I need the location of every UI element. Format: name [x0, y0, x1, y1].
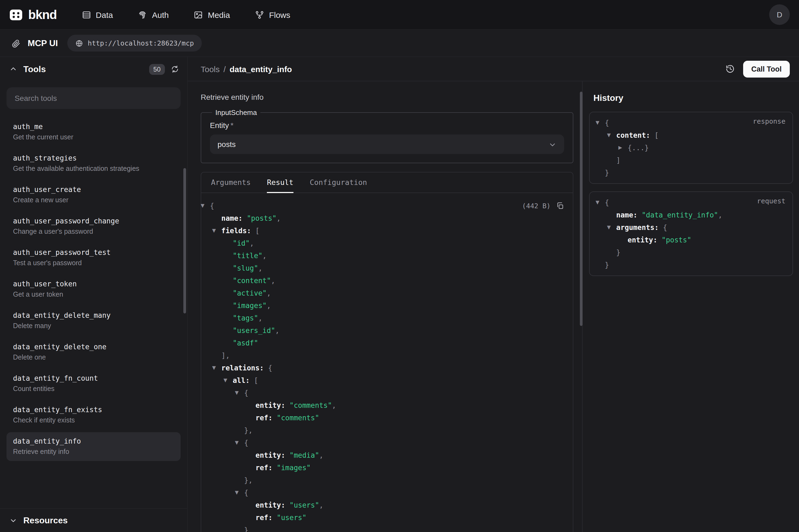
history-entry-type: request	[757, 197, 785, 205]
history-icon[interactable]	[725, 64, 735, 74]
mcp-url-pill[interactable]: http://localhost:28623/mcp	[67, 35, 202, 52]
chevron-down-icon	[548, 140, 556, 148]
collapse-icon[interactable]: ▼	[201, 200, 210, 212]
tool-item-data_entity_delete_one[interactable]: data_entity_delete_oneDelete one	[6, 338, 180, 366]
collapse-icon[interactable]: ▼	[607, 221, 616, 234]
call-tool-button[interactable]: Call Tool	[743, 60, 790, 77]
json-line: }	[596, 167, 786, 179]
tool-item-auth_strategies[interactable]: auth_strategiesGet the available authent…	[6, 149, 180, 178]
tool-item-description: Get the current user	[13, 133, 174, 141]
json-line: ▼{	[201, 437, 564, 449]
main-scrollbar[interactable]	[580, 92, 583, 326]
copy-icon[interactable]	[556, 202, 564, 210]
chevron-down-icon	[9, 516, 17, 525]
collapse-icon[interactable]: ▼	[235, 487, 244, 499]
json-token: relations:	[221, 362, 268, 374]
json-line: ▼all: [	[201, 374, 564, 387]
collapse-icon[interactable]: ▼	[595, 117, 605, 129]
json-token: {	[244, 387, 248, 399]
collapse-icon[interactable]: ▼	[607, 129, 616, 141]
json-token: "users_id"	[233, 324, 275, 337]
json-token: }	[605, 167, 609, 179]
tool-item-name: data_entity_info	[13, 437, 174, 445]
tool-item-auth_user_password_test[interactable]: auth_user_password_testTest a user's pas…	[6, 244, 180, 272]
tools-count-badge: 50	[149, 64, 165, 75]
chevron-up-icon[interactable]	[9, 65, 17, 73]
entity-select-value: posts	[217, 140, 236, 149]
tool-item-auth_user_password_change[interactable]: auth_user_password_changeChange a user's…	[6, 212, 180, 241]
tool-item-auth_user_token[interactable]: auth_user_tokenGet a user token	[6, 275, 180, 304]
json-token: {...}	[628, 141, 649, 154]
tool-item-name: auth_user_password_test	[13, 248, 174, 256]
nav-items: DataAuthMediaFlows	[82, 10, 769, 19]
refresh-icon[interactable]	[171, 65, 179, 73]
history-entry-request[interactable]: request▼{name: "data_entity_info",▼argum…	[589, 191, 793, 276]
collapse-icon[interactable]: ▼	[224, 374, 233, 387]
json-token: }	[616, 246, 621, 259]
nav-item-auth[interactable]: Auth	[138, 10, 169, 19]
json-line: }	[596, 246, 786, 259]
json-token: ]	[616, 154, 621, 167]
nav-item-media[interactable]: Media	[194, 10, 230, 19]
nav-item-flows[interactable]: Flows	[255, 10, 290, 19]
history-entry-response[interactable]: response▼{▼content: [▶{...}]}	[589, 112, 793, 184]
json-token: }	[605, 259, 609, 271]
tool-item-data_entity_fn_count[interactable]: data_entity_fn_countCount entities	[6, 369, 180, 398]
json-token: },	[244, 424, 252, 437]
tool-item-data_entity_fn_exists[interactable]: data_entity_fn_existsCheck if entity exi…	[6, 401, 180, 430]
search-tools-input[interactable]	[6, 87, 180, 109]
resources-section-header[interactable]: Resources	[0, 508, 187, 532]
json-token: "data_entity_info"	[642, 209, 718, 221]
json-token: ,	[267, 287, 271, 299]
tool-item-auth_me[interactable]: auth_meGet the current user	[6, 118, 180, 147]
collapse-icon[interactable]: ▼	[212, 225, 221, 237]
json-token: "active"	[233, 287, 267, 299]
breadcrumb-current: data_entity_info	[229, 64, 292, 74]
tab-result[interactable]: Result	[267, 172, 293, 193]
collapse-icon[interactable]: ▼	[212, 362, 221, 374]
collapse-icon[interactable]: ▼	[595, 196, 605, 209]
json-token: "content"	[233, 274, 271, 287]
tool-item-description: Create a new user	[13, 196, 174, 204]
collapse-icon[interactable]: ▼	[235, 387, 244, 399]
nav-item-data[interactable]: Data	[82, 10, 113, 19]
mcp-url: http://localhost:28623/mcp	[88, 39, 194, 47]
sidebar-scrollbar[interactable]	[183, 168, 186, 314]
flow-icon	[255, 10, 264, 19]
tab-arguments[interactable]: Arguments	[211, 172, 251, 193]
json-line: ]	[596, 154, 786, 167]
json-token: ,	[332, 399, 336, 412]
json-token: ref:	[255, 412, 277, 424]
json-token: ref:	[255, 511, 277, 524]
main-header: Tools / data_entity_info Call Tool	[188, 57, 799, 81]
json-token: "images"	[233, 299, 267, 312]
search-wrap	[0, 81, 187, 112]
tool-item-data_entity_info[interactable]: data_entity_infoRetrieve entity info	[6, 432, 180, 461]
brand[interactable]: bknd	[9, 7, 57, 22]
tool-item-auth_user_create[interactable]: auth_user_createCreate a new user	[6, 180, 180, 209]
tab-configuration[interactable]: Configuration	[310, 172, 367, 193]
breadcrumb-root[interactable]: Tools	[201, 64, 220, 74]
user-avatar[interactable]: D	[769, 4, 790, 25]
history-title: History	[593, 93, 793, 103]
json-line: ▼{	[201, 387, 564, 399]
json-token: ,	[267, 299, 271, 312]
entity-select[interactable]: posts	[210, 134, 564, 154]
tool-item-name: data_entity_delete_one	[13, 343, 174, 351]
json-line: },	[201, 474, 564, 487]
json-token: "posts"	[247, 212, 277, 225]
tool-item-name: auth_user_password_change	[13, 217, 174, 225]
json-line: "tags",	[201, 312, 564, 324]
entity-field-label: Entity*	[210, 121, 564, 130]
json-line: ▼{(442 B)	[201, 200, 564, 212]
input-schema-fieldset: InputSchema Entity* posts	[201, 109, 573, 163]
json-token: [	[254, 374, 258, 387]
json-line: "title",	[201, 249, 564, 262]
required-mark: *	[230, 121, 233, 130]
expand-icon[interactable]: ▶	[619, 141, 628, 154]
collapse-icon[interactable]: ▼	[235, 437, 244, 449]
json-token: entity:	[255, 449, 289, 461]
result-panel: ArgumentsResultConfiguration ▼{(442 B)na…	[201, 172, 573, 532]
tool-item-description: Check if entity exists	[13, 417, 174, 424]
tool-item-data_entity_delete_many[interactable]: data_entity_delete_manyDelete many	[6, 306, 180, 335]
